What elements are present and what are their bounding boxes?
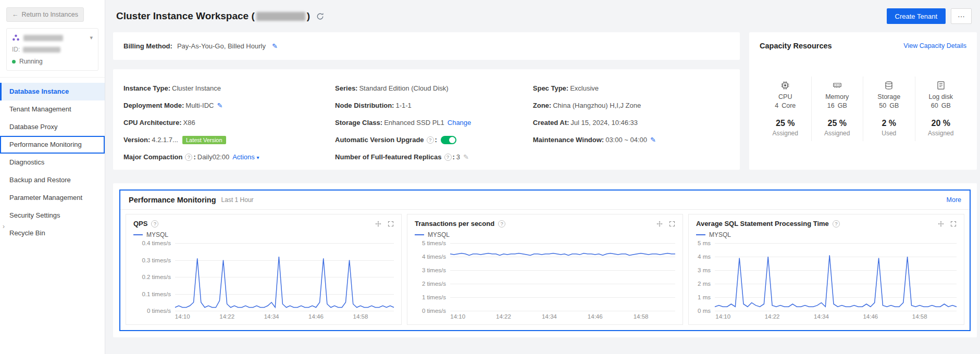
chart-qps: QPS ? [126, 214, 402, 325]
capacity-item-memory: Memory 16GB 25 % Assigned [811, 77, 863, 141]
y-tick-label: 2 times/s [415, 281, 446, 287]
detail-column-1: Instance Type: Cluster Instance Deployme… [123, 80, 330, 166]
sidebar-item-performance-monitoring[interactable]: Performance Monitoring [0, 136, 105, 154]
memory-icon [833, 81, 842, 90]
tps-plot: 5 times/s4 times/s3 times/s2 times/s1 ti… [415, 243, 675, 322]
sidebar-item-database-proxy[interactable]: Database Proxy [0, 118, 105, 136]
redacted-workspace-name [256, 12, 305, 21]
capacity-item-storage: Storage 50GB 2 % Used [863, 77, 915, 141]
help-icon[interactable]: ? [185, 154, 192, 161]
sidebar-item-recycle-bin[interactable]: Recycle Bin [0, 224, 105, 242]
chevron-down-icon: ▾ [256, 155, 259, 160]
y-tick-label: 0.1 times/s [133, 291, 171, 297]
help-icon[interactable]: ? [833, 220, 840, 227]
legend-line-swatch [696, 234, 705, 235]
field-created-at: Created At: Jul 15, 2024, 10:46:33 [533, 114, 729, 131]
chevron-down-icon: ▾ [90, 34, 93, 41]
x-tick-label: 14:34 [264, 313, 279, 320]
chart-legend[interactable]: MYSQL [133, 231, 394, 238]
latest-version-badge: Latest Version [182, 136, 226, 144]
chart-transactions-per-second: Transactions per second ? [407, 214, 683, 325]
sidebar-collapse-handle[interactable]: › [0, 220, 7, 233]
more-actions-button[interactable]: ··· [951, 8, 972, 24]
fullscreen-icon[interactable] [669, 221, 675, 227]
page-header: Cluster Instance Workspace () Create Ten… [113, 4, 977, 32]
x-tick-label: 14:46 [863, 313, 878, 320]
field-deployment-mode: Deployment Mode: Multi-IDC ✎ [123, 97, 330, 114]
gridline [715, 311, 957, 311]
billing-method-value: Pay-As-You-Go, Billed Hourly [177, 42, 266, 50]
sidebar-item-tenant-management[interactable]: Tenant Management [0, 100, 105, 118]
chart-legend[interactable]: MYSQL [696, 231, 957, 238]
edit-replicas-icon[interactable]: ✎ [463, 153, 469, 161]
y-tick-label: 4 ms [696, 254, 711, 260]
capacity-item-cpu: CPU 4Core 25 % Assigned [760, 77, 811, 141]
field-version: Version: 4.2.1.7... Latest Version [123, 131, 330, 148]
redacted-instance-name [23, 35, 63, 41]
page-title-text: Cluster Instance Workspace ( [116, 10, 255, 22]
sidebar-item-parameter-management[interactable]: Parameter Management [0, 189, 105, 207]
edit-maintenance-window-icon[interactable]: ✎ [650, 136, 656, 144]
field-instance-type: Instance Type: Cluster Instance [123, 80, 330, 97]
help-icon[interactable]: ? [427, 136, 434, 144]
series-line [175, 257, 394, 308]
x-tick-label: 14:10 [715, 313, 730, 320]
y-tick-label: 0.4 times/s [133, 240, 171, 246]
page-title: Cluster Instance Workspace () [116, 10, 310, 22]
more-link[interactable]: More [947, 196, 961, 204]
pan-icon[interactable] [938, 221, 944, 227]
fullscreen-icon[interactable] [388, 221, 394, 227]
time-range-label: Last 1 Hour [221, 196, 254, 204]
legend-line-swatch [415, 234, 424, 235]
create-tenant-button[interactable]: Create Tenant [887, 8, 946, 24]
x-tick-label: 14:10 [450, 313, 465, 320]
instance-selector[interactable]: ▾ ID: Running [6, 28, 98, 71]
refresh-button[interactable] [316, 12, 324, 20]
x-tick-label: 14:58 [912, 313, 927, 320]
log-disk-icon [936, 81, 946, 90]
sql-time-plot: 5 ms4 ms3 ms2 ms1 ms0 ms14:1014:2214:341… [696, 243, 957, 322]
page-title-suffix: ) [307, 10, 310, 22]
field-major-compaction: Major Compaction ? : Daily02:00 Actions … [123, 148, 330, 166]
auto-upgrade-toggle[interactable] [441, 136, 456, 144]
x-tick-label: 14:22 [496, 313, 511, 320]
chart-legend[interactable]: MYSQL [415, 231, 675, 238]
edit-deployment-mode-icon[interactable]: ✎ [217, 102, 222, 109]
help-icon[interactable]: ? [498, 220, 505, 227]
memory-percent: 25 % [828, 119, 847, 128]
y-tick-label: 0 times/s [133, 308, 171, 314]
gridline [175, 311, 394, 311]
storage-percent: 2 % [882, 119, 896, 128]
instance-id-label: ID: [12, 46, 20, 53]
sidebar-item-backup-and-restore[interactable]: Backup and Restore [0, 171, 105, 189]
x-tick-label: 14:22 [765, 313, 780, 320]
sidebar-item-database-instance[interactable]: Database Instance [0, 83, 105, 100]
log-disk-percent: 20 % [932, 119, 950, 128]
legend-line-swatch [133, 234, 143, 235]
storage-icon [884, 81, 894, 90]
sidebar-item-diagnostics[interactable]: Diagnostics [0, 154, 105, 171]
x-tick-label: 14:58 [353, 313, 368, 320]
fullscreen-icon[interactable] [950, 221, 957, 227]
chart-avg-sql-processing-time: Average SQL Statement Processing Time ? [688, 214, 964, 325]
help-icon[interactable]: ? [151, 220, 158, 227]
instance-details-card: Instance Type: Cluster Instance Deployme… [113, 69, 740, 170]
main-content: Cluster Instance Workspace () Create Ten… [105, 0, 980, 354]
detail-column-2: Series: Standard Edition (Cloud Disk) No… [335, 80, 528, 166]
y-tick-label: 5 times/s [415, 240, 446, 246]
help-icon[interactable]: ? [444, 154, 452, 161]
detail-column-3: Spec Type: Exclusive Zone: China (Hangzh… [533, 80, 729, 166]
y-tick-label: 1 times/s [415, 294, 446, 300]
pan-icon[interactable] [375, 221, 381, 227]
actions-dropdown[interactable]: Actions ▾ [232, 153, 259, 161]
view-capacity-details-link[interactable]: View Capacity Details [903, 42, 966, 49]
edit-billing-icon[interactable]: ✎ [272, 42, 278, 50]
change-storage-class-link[interactable]: Change [448, 119, 472, 127]
return-to-instances-button[interactable]: ← Return to Instances [6, 7, 84, 22]
capacity-item-log-disk: Log disk 60GB 20 % Assigned [915, 77, 967, 141]
pan-icon[interactable] [656, 221, 663, 227]
billing-method-label: Billing Method: [123, 42, 172, 50]
app-window: ← Return to Instances ▾ ID: Running [0, 0, 980, 354]
sidebar-item-security-settings[interactable]: Security Settings [0, 207, 105, 224]
performance-header: Performance Monitoring Last 1 Hour More [120, 191, 970, 210]
